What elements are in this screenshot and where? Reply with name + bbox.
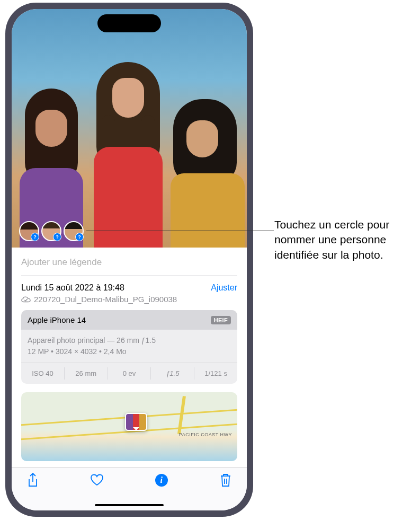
- camera-lens: Appareil photo principal — 26 mm ƒ1.5: [28, 335, 231, 346]
- cloud-check-icon: [21, 296, 31, 303]
- callout-leader-line: [86, 231, 274, 231]
- phone-frame: Ajouter une légende Lundi 15 août 2022 à…: [5, 3, 253, 517]
- location-map[interactable]: PACIFIC COAST HWY: [21, 392, 237, 461]
- info-icon: i: [155, 474, 168, 487]
- info-button[interactable]: i: [154, 473, 169, 488]
- map-photo-pin[interactable]: [125, 413, 147, 431]
- info-panel: Ajouter une légende Lundi 15 août 2022 à…: [12, 248, 247, 461]
- map-road-label: PACIFIC COAST HWY: [179, 432, 232, 437]
- share-icon: [27, 473, 39, 488]
- spec-aperture: ƒ1.5: [151, 367, 194, 380]
- date-row: Lundi 15 août 2022 à 19:48 Ajuster: [21, 276, 237, 295]
- dynamic-island: [97, 14, 161, 32]
- home-indicator[interactable]: [95, 504, 164, 506]
- camera-device-name: Apple iPhone 14: [28, 315, 86, 324]
- photo-preview[interactable]: [12, 9, 247, 248]
- camera-resolution: 12 MP • 3024 × 4032 • 2,4 Mo: [28, 346, 231, 357]
- face-circle-2[interactable]: [41, 221, 61, 241]
- heart-icon: [90, 474, 104, 487]
- trash-icon: [220, 473, 231, 487]
- photo-date: Lundi 15 août 2022 à 19:48: [21, 283, 124, 293]
- camera-info-card[interactable]: Apple iPhone 14 HEIF Appareil photo prin…: [21, 310, 237, 384]
- favorite-button[interactable]: [90, 473, 104, 488]
- person-figure-2: [86, 62, 171, 248]
- filename-text: 220720_Dul_Demo-Malibu_PG_i090038: [34, 295, 177, 304]
- delete-button[interactable]: [218, 473, 233, 488]
- face-circle-1[interactable]: [19, 221, 39, 241]
- caption-input[interactable]: Ajouter une légende: [21, 248, 237, 276]
- spec-ev: 0 ev: [108, 367, 151, 380]
- spec-iso: ISO 40: [21, 367, 65, 380]
- camera-header: Apple iPhone 14 HEIF: [21, 310, 237, 330]
- format-badge: HEIF: [211, 316, 231, 324]
- spec-focal: 26 mm: [65, 367, 108, 380]
- face-circle-3[interactable]: [64, 221, 84, 241]
- adjust-button[interactable]: Ajuster: [211, 283, 237, 293]
- camera-details: Appareil photo principal — 26 mm ƒ1.5 12…: [21, 330, 237, 363]
- filename-row: 220720_Dul_Demo-Malibu_PG_i090038: [21, 295, 237, 310]
- person-figure-3: [168, 99, 247, 248]
- detected-faces-row: [19, 221, 84, 241]
- phone-screen: Ajouter une légende Lundi 15 août 2022 à…: [12, 9, 247, 510]
- camera-specs-row: ISO 40 26 mm 0 ev ƒ1.5 1/121 s: [21, 363, 237, 384]
- callout-text: Touchez un cercle pour nommer une person…: [274, 217, 412, 262]
- photo-content: [12, 9, 247, 248]
- spec-shutter: 1/121 s: [194, 367, 237, 380]
- share-button[interactable]: [25, 473, 40, 488]
